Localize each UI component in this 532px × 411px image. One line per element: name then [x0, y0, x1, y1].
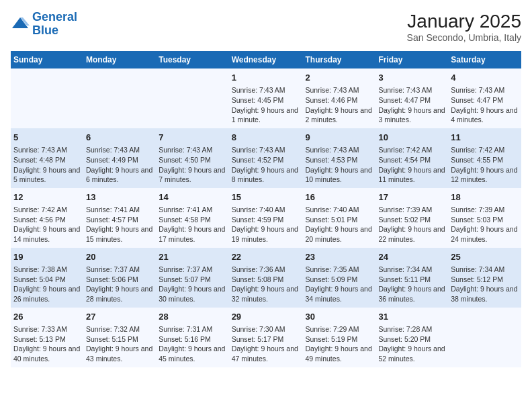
day-number: 30 — [306, 311, 373, 323]
weekday-tuesday: Tuesday — [156, 51, 228, 68]
calendar-cell — [11, 68, 83, 128]
calendar-cell: 6Sunrise: 7:43 AM Sunset: 4:49 PM Daylig… — [83, 128, 156, 188]
calendar-cell: 10Sunrise: 7:42 AM Sunset: 4:54 PM Dayli… — [375, 128, 448, 188]
cell-info: Sunrise: 7:43 AM Sunset: 4:45 PM Dayligh… — [232, 85, 300, 125]
calendar-cell: 17Sunrise: 7:39 AM Sunset: 5:02 PM Dayli… — [375, 188, 448, 248]
cell-info: Sunrise: 7:32 AM Sunset: 5:15 PM Dayligh… — [86, 324, 153, 364]
calendar-cell: 14Sunrise: 7:41 AM Sunset: 4:58 PM Dayli… — [156, 188, 228, 248]
calendar-cell: 28Sunrise: 7:31 AM Sunset: 5:16 PM Dayli… — [156, 308, 228, 367]
day-number: 10 — [378, 132, 445, 144]
day-number: 12 — [13, 191, 81, 203]
calendar-cell: 15Sunrise: 7:40 AM Sunset: 4:59 PM Dayli… — [229, 188, 303, 248]
logo-line2: Blue — [32, 24, 58, 37]
calendar-header: SundayMondayTuesdayWednesdayThursdayFrid… — [11, 51, 521, 68]
weekday-thursday: Thursday — [303, 51, 376, 68]
cell-info: Sunrise: 7:33 AM Sunset: 5:13 PM Dayligh… — [13, 324, 81, 364]
cell-info: Sunrise: 7:42 AM Sunset: 4:54 PM Dayligh… — [378, 145, 445, 185]
week-row-1: 1Sunrise: 7:43 AM Sunset: 4:45 PM Daylig… — [11, 68, 521, 128]
day-number: 15 — [232, 191, 300, 203]
calendar-cell: 29Sunrise: 7:30 AM Sunset: 5:17 PM Dayli… — [229, 308, 303, 367]
weekday-monday: Monday — [83, 51, 156, 68]
month-title: January 2025 — [407, 11, 521, 32]
cell-info: Sunrise: 7:39 AM Sunset: 5:02 PM Dayligh… — [378, 205, 445, 244]
logo-icon — [11, 15, 30, 34]
calendar-cell: 9Sunrise: 7:43 AM Sunset: 4:53 PM Daylig… — [303, 128, 376, 188]
cell-info: Sunrise: 7:43 AM Sunset: 4:50 PM Dayligh… — [159, 145, 226, 185]
calendar-cell: 19Sunrise: 7:38 AM Sunset: 5:04 PM Dayli… — [11, 248, 83, 308]
day-number: 13 — [86, 191, 153, 203]
cell-info: Sunrise: 7:37 AM Sunset: 5:06 PM Dayligh… — [86, 265, 153, 304]
day-number: 31 — [378, 311, 445, 323]
calendar-cell: 8Sunrise: 7:43 AM Sunset: 4:52 PM Daylig… — [229, 128, 303, 188]
calendar-cell: 12Sunrise: 7:42 AM Sunset: 4:56 PM Dayli… — [11, 188, 83, 248]
week-row-4: 19Sunrise: 7:38 AM Sunset: 5:04 PM Dayli… — [11, 248, 521, 308]
cell-info: Sunrise: 7:40 AM Sunset: 5:01 PM Dayligh… — [306, 205, 373, 244]
calendar-cell: 2Sunrise: 7:43 AM Sunset: 4:46 PM Daylig… — [303, 68, 376, 128]
day-number: 25 — [451, 251, 519, 263]
calendar-cell: 27Sunrise: 7:32 AM Sunset: 5:15 PM Dayli… — [83, 308, 156, 367]
day-number: 8 — [232, 132, 300, 144]
cell-info: Sunrise: 7:43 AM Sunset: 4:48 PM Dayligh… — [13, 145, 81, 185]
cell-info: Sunrise: 7:29 AM Sunset: 5:19 PM Dayligh… — [306, 324, 373, 364]
day-number: 6 — [86, 132, 153, 144]
day-number: 2 — [306, 72, 373, 84]
cell-info: Sunrise: 7:40 AM Sunset: 4:59 PM Dayligh… — [232, 205, 300, 244]
cell-info: Sunrise: 7:34 AM Sunset: 5:11 PM Dayligh… — [378, 265, 445, 304]
day-number: 22 — [232, 251, 300, 263]
cell-info: Sunrise: 7:41 AM Sunset: 4:57 PM Dayligh… — [86, 205, 153, 244]
cell-info: Sunrise: 7:39 AM Sunset: 5:03 PM Dayligh… — [451, 205, 519, 244]
cell-info: Sunrise: 7:43 AM Sunset: 4:47 PM Dayligh… — [378, 85, 445, 125]
cell-info: Sunrise: 7:38 AM Sunset: 5:04 PM Dayligh… — [13, 265, 81, 304]
page-header: General Blue January 2025 San Secondo, U… — [11, 11, 521, 43]
cell-info: Sunrise: 7:42 AM Sunset: 4:56 PM Dayligh… — [13, 205, 81, 244]
day-number: 24 — [378, 251, 445, 263]
logo-line1: General — [32, 10, 77, 24]
calendar-cell: 23Sunrise: 7:35 AM Sunset: 5:09 PM Dayli… — [303, 248, 376, 308]
logo-text: General Blue — [32, 11, 77, 38]
day-number: 21 — [159, 251, 226, 263]
day-number: 4 — [451, 72, 519, 84]
day-number: 29 — [232, 311, 300, 323]
calendar-cell: 11Sunrise: 7:42 AM Sunset: 4:55 PM Dayli… — [448, 128, 521, 188]
day-number: 7 — [159, 132, 226, 144]
day-number: 14 — [159, 191, 226, 203]
cell-info: Sunrise: 7:43 AM Sunset: 4:53 PM Dayligh… — [306, 145, 373, 185]
day-number: 3 — [378, 72, 445, 84]
calendar-table: SundayMondayTuesdayWednesdayThursdayFrid… — [11, 51, 521, 367]
calendar-cell: 7Sunrise: 7:43 AM Sunset: 4:50 PM Daylig… — [156, 128, 228, 188]
calendar-cell — [156, 68, 228, 128]
cell-info: Sunrise: 7:41 AM Sunset: 4:58 PM Dayligh… — [159, 205, 226, 244]
day-number: 19 — [13, 251, 81, 263]
calendar-cell: 30Sunrise: 7:29 AM Sunset: 5:19 PM Dayli… — [303, 308, 376, 367]
weekday-row: SundayMondayTuesdayWednesdayThursdayFrid… — [11, 51, 521, 68]
calendar-cell: 20Sunrise: 7:37 AM Sunset: 5:06 PM Dayli… — [83, 248, 156, 308]
location: San Secondo, Umbria, Italy — [407, 32, 521, 43]
weekday-friday: Friday — [375, 51, 448, 68]
calendar-cell: 4Sunrise: 7:43 AM Sunset: 4:47 PM Daylig… — [448, 68, 521, 128]
cell-info: Sunrise: 7:34 AM Sunset: 5:12 PM Dayligh… — [451, 265, 519, 304]
calendar-cell: 31Sunrise: 7:28 AM Sunset: 5:20 PM Dayli… — [375, 308, 448, 367]
calendar-body: 1Sunrise: 7:43 AM Sunset: 4:45 PM Daylig… — [11, 68, 521, 367]
day-number: 5 — [13, 132, 81, 144]
day-number: 26 — [13, 311, 81, 323]
cell-info: Sunrise: 7:35 AM Sunset: 5:09 PM Dayligh… — [306, 265, 373, 304]
cell-info: Sunrise: 7:43 AM Sunset: 4:52 PM Dayligh… — [232, 145, 300, 185]
day-number: 27 — [86, 311, 153, 323]
cell-info: Sunrise: 7:36 AM Sunset: 5:08 PM Dayligh… — [232, 265, 300, 304]
calendar-cell: 1Sunrise: 7:43 AM Sunset: 4:45 PM Daylig… — [229, 68, 303, 128]
weekday-saturday: Saturday — [448, 51, 521, 68]
day-number: 1 — [232, 72, 300, 84]
cell-info: Sunrise: 7:31 AM Sunset: 5:16 PM Dayligh… — [159, 324, 226, 364]
week-row-3: 12Sunrise: 7:42 AM Sunset: 4:56 PM Dayli… — [11, 188, 521, 248]
weekday-wednesday: Wednesday — [229, 51, 303, 68]
calendar-cell: 18Sunrise: 7:39 AM Sunset: 5:03 PM Dayli… — [448, 188, 521, 248]
cell-info: Sunrise: 7:30 AM Sunset: 5:17 PM Dayligh… — [232, 324, 300, 364]
calendar-cell — [83, 68, 156, 128]
calendar-cell: 13Sunrise: 7:41 AM Sunset: 4:57 PM Dayli… — [83, 188, 156, 248]
calendar-cell: 21Sunrise: 7:37 AM Sunset: 5:07 PM Dayli… — [156, 248, 228, 308]
day-number: 20 — [86, 251, 153, 263]
calendar-cell: 26Sunrise: 7:33 AM Sunset: 5:13 PM Dayli… — [11, 308, 83, 367]
day-number: 11 — [451, 132, 519, 144]
day-number: 28 — [159, 311, 226, 323]
calendar-cell: 16Sunrise: 7:40 AM Sunset: 5:01 PM Dayli… — [303, 188, 376, 248]
